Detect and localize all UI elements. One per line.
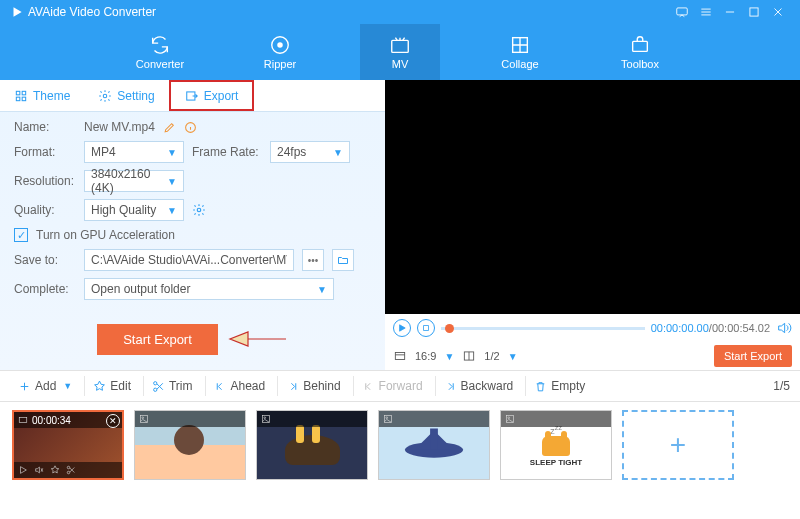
aspect-icon[interactable]	[393, 349, 407, 363]
svg-point-29	[264, 417, 266, 419]
info-icon[interactable]	[184, 121, 197, 134]
thumb-1-duration: 00:00:34	[32, 415, 71, 426]
nav-ripper[interactable]: Ripper	[240, 24, 320, 80]
menu-icon[interactable]	[694, 0, 718, 24]
resolution-label: Resolution:	[14, 174, 76, 188]
framerate-select[interactable]: 24fps▼	[270, 141, 350, 163]
feedback-icon[interactable]	[670, 0, 694, 24]
layout-caret-icon[interactable]: ▼	[508, 351, 518, 362]
tab-theme[interactable]: Theme	[0, 80, 84, 111]
edit-button[interactable]: Edit	[84, 376, 139, 396]
thumb-1-remove-icon[interactable]: ✕	[106, 414, 120, 428]
svg-rect-8	[16, 91, 20, 95]
seek-slider[interactable]	[441, 327, 645, 330]
svg-rect-9	[22, 91, 26, 95]
nav-collage[interactable]: Collage	[480, 24, 560, 80]
start-export-button[interactable]: Start Export	[97, 324, 218, 355]
add-button[interactable]: Add▼	[10, 376, 80, 396]
svg-rect-22	[19, 418, 27, 423]
video-preview[interactable]	[385, 80, 800, 314]
export-form: Name: New MV.mp4 Format: MP4▼ Frame Rate…	[0, 112, 385, 308]
tab-theme-label: Theme	[33, 89, 70, 103]
more-path-button[interactable]: •••	[302, 249, 324, 271]
svg-point-27	[142, 417, 144, 419]
svg-point-24	[67, 471, 70, 474]
svg-point-33	[386, 417, 388, 419]
svg-rect-2	[750, 8, 758, 16]
thumb-effects-icon[interactable]	[50, 465, 60, 475]
thumb-4[interactable]	[378, 410, 490, 480]
main-nav: Converter Ripper MV Collage Toolbox	[0, 24, 800, 80]
clip-counter: 1/5	[773, 379, 790, 393]
nav-mv[interactable]: MV	[360, 24, 440, 80]
framerate-label: Frame Rate:	[192, 145, 262, 159]
svg-rect-5	[392, 40, 409, 52]
saveto-label: Save to:	[14, 253, 76, 267]
preview-panel: 00:00:00.00/00:00:54.02 16:9 ▼ 1/2 ▼ Sta…	[385, 80, 800, 370]
layout-icon[interactable]	[462, 349, 476, 363]
quality-label: Quality:	[14, 203, 76, 217]
volume-icon[interactable]	[776, 320, 792, 336]
titlebar: AVAide Video Converter	[0, 0, 800, 24]
maximize-icon[interactable]	[742, 0, 766, 24]
stop-button[interactable]	[417, 319, 435, 337]
minimize-icon[interactable]	[718, 0, 742, 24]
add-clip-tile[interactable]: +	[622, 410, 734, 480]
thumb-play-icon[interactable]	[18, 465, 28, 475]
backward-button[interactable]: Backward	[435, 376, 522, 396]
thumb-trim-icon[interactable]	[66, 465, 76, 475]
svg-point-12	[104, 94, 108, 98]
complete-select[interactable]: Open output folder▼	[84, 278, 334, 300]
svg-point-35	[508, 417, 510, 419]
svg-point-15	[197, 208, 201, 212]
thumb-mute-icon[interactable]	[34, 465, 44, 475]
tab-export[interactable]: Export	[169, 80, 255, 111]
behind-button[interactable]: Behind	[277, 376, 348, 396]
aspect-caret-icon[interactable]: ▼	[444, 351, 454, 362]
ahead-button[interactable]: Ahead	[205, 376, 274, 396]
trim-button[interactable]: Trim	[143, 376, 201, 396]
saveto-input[interactable]	[84, 249, 294, 271]
open-folder-button[interactable]	[332, 249, 354, 271]
thumb-2[interactable]	[134, 410, 246, 480]
tab-export-label: Export	[204, 89, 239, 103]
svg-rect-11	[22, 97, 26, 101]
pointer-arrow-icon	[228, 327, 288, 351]
gpu-label: Turn on GPU Acceleration	[36, 228, 175, 242]
quality-select[interactable]: High Quality▼	[84, 199, 184, 221]
settings-panel: Theme Setting Export Name: New MV.mp4 Fo…	[0, 80, 385, 370]
complete-label: Complete:	[14, 282, 76, 296]
svg-marker-23	[21, 467, 27, 474]
format-select[interactable]: MP4▼	[84, 141, 184, 163]
play-button[interactable]	[393, 319, 411, 337]
edit-name-icon[interactable]	[163, 121, 176, 134]
thumb-3[interactable]	[256, 410, 368, 480]
empty-button[interactable]: Empty	[525, 376, 593, 396]
thumb-1[interactable]: 00:00:34 ✕	[12, 410, 124, 480]
start-export-secondary[interactable]: Start Export	[714, 345, 792, 367]
svg-point-20	[154, 388, 157, 391]
panel-tabs: Theme Setting Export	[0, 80, 385, 112]
nav-toolbox-label: Toolbox	[621, 58, 659, 70]
thumb-5[interactable]: zzz SLEEP TIGHT	[500, 410, 612, 480]
close-icon[interactable]	[766, 0, 790, 24]
resolution-select[interactable]: 3840x2160 (4K)▼	[84, 170, 184, 192]
gpu-checkbox[interactable]: ✓	[14, 228, 28, 242]
player-controls: 00:00:00.00/00:00:54.02	[385, 314, 800, 342]
svg-rect-1	[677, 8, 688, 15]
nav-converter[interactable]: Converter	[120, 24, 200, 80]
nav-converter-label: Converter	[136, 58, 184, 70]
nav-toolbox[interactable]: Toolbox	[600, 24, 680, 80]
name-value: New MV.mp4	[84, 120, 155, 134]
svg-marker-0	[14, 7, 22, 16]
name-label: Name:	[14, 120, 76, 134]
nav-collage-label: Collage	[501, 58, 538, 70]
layout-page: 1/2	[484, 350, 499, 362]
forward-button: Forward	[353, 376, 431, 396]
tab-setting[interactable]: Setting	[84, 80, 168, 111]
svg-rect-7	[633, 41, 648, 51]
svg-rect-10	[16, 97, 20, 101]
quality-gear-icon[interactable]	[192, 203, 206, 217]
format-label: Format:	[14, 145, 76, 159]
svg-rect-17	[424, 326, 429, 331]
